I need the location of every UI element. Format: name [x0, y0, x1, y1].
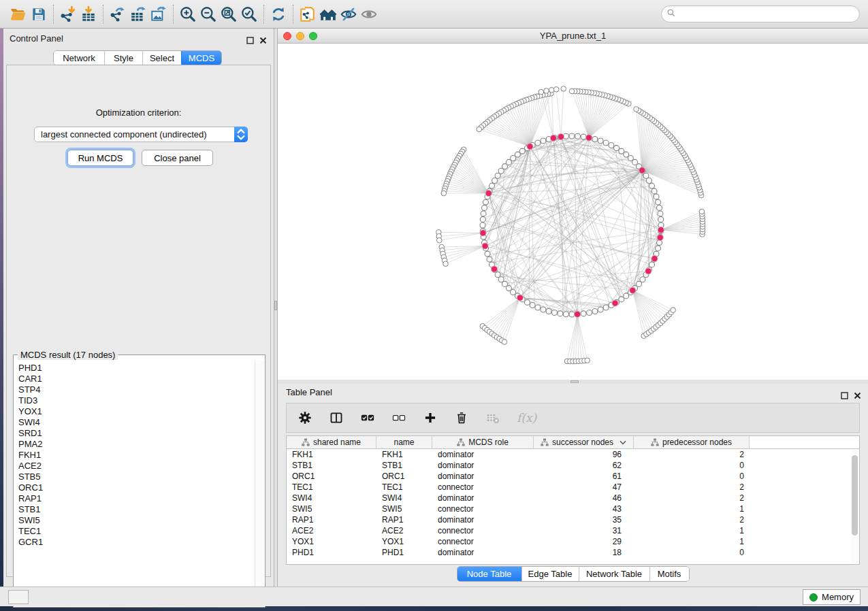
- zoom-fit-icon[interactable]: [219, 4, 239, 24]
- table-row[interactable]: STB1STB1dominator620: [287, 460, 859, 471]
- zoom-in-icon[interactable]: [178, 4, 198, 24]
- column-header-successor-nodes[interactable]: successor nodes: [534, 436, 634, 448]
- open-file-icon[interactable]: [8, 4, 29, 24]
- node-table[interactable]: shared namenameMCDS rolesuccessor nodesp…: [286, 435, 860, 565]
- cell-mcds_role: dominator: [432, 493, 534, 503]
- export-network-icon[interactable]: [108, 4, 128, 24]
- mcds-result-item[interactable]: SWI4: [18, 417, 255, 428]
- mcds-result-item[interactable]: RAP1: [18, 493, 255, 504]
- mcds-result-item[interactable]: SRD1: [18, 428, 255, 439]
- column-header-name[interactable]: name: [376, 436, 432, 448]
- mcds-result-item[interactable]: ACE2: [18, 461, 255, 472]
- mcds-result-item[interactable]: STP4: [18, 384, 255, 395]
- cell-successor_nodes: 18: [534, 548, 634, 557]
- column-header-predecessor-nodes[interactable]: predecessor nodes: [634, 436, 750, 448]
- cell-name: FKH1: [376, 450, 432, 459]
- search-box[interactable]: [661, 5, 860, 22]
- float-panel-icon[interactable]: [841, 390, 848, 402]
- tab-mcds[interactable]: MCDS: [181, 51, 221, 65]
- add-column-icon[interactable]: [423, 410, 438, 425]
- table-panel-tabs: Node TableEdge TableNetwork TableMotifs: [278, 566, 868, 582]
- float-panel-icon[interactable]: [246, 35, 254, 47]
- select-all-icon[interactable]: [360, 410, 375, 425]
- mcds-result-item[interactable]: ORC1: [18, 482, 255, 493]
- zoom-selected-icon[interactable]: [239, 4, 259, 24]
- tab-style[interactable]: Style: [104, 51, 142, 65]
- tab-network-table[interactable]: Network Table: [579, 567, 649, 581]
- hide-icon[interactable]: [338, 4, 359, 24]
- cell-predecessor_nodes: 0: [634, 472, 750, 481]
- table-settings-icon[interactable]: [298, 410, 312, 425]
- cell-shared_name: YOX1: [287, 537, 376, 546]
- column-header-MCDS-role[interactable]: MCDS role: [432, 436, 534, 448]
- cell-predecessor_nodes: 2: [634, 450, 750, 459]
- cell-successor_nodes: 46: [534, 493, 634, 503]
- mcds-result-list[interactable]: PHD1CAR1STP4TID3YOX1SWI4SRD1PMA2FKH1ACE2…: [14, 361, 255, 606]
- table-row[interactable]: ACE2ACE2connector311: [287, 525, 859, 536]
- mcds-result-box: MCDS result (17 nodes) PHD1CAR1STP4TID3Y…: [13, 354, 266, 608]
- sort-icon[interactable]: [620, 440, 626, 445]
- table-row[interactable]: SWI4SWI4dominator462: [287, 493, 859, 503]
- toolbar-separator: [173, 5, 174, 24]
- cell-predecessor_nodes: 2: [634, 482, 750, 492]
- zoom-out-icon[interactable]: [198, 4, 219, 24]
- close-panel-icon[interactable]: [854, 390, 861, 402]
- save-session-icon[interactable]: [29, 4, 49, 24]
- cell-successor_nodes: 35: [534, 515, 634, 525]
- mcds-result-item[interactable]: PHD1: [18, 363, 255, 374]
- tab-network[interactable]: Network: [54, 51, 104, 65]
- mcds-result-item[interactable]: TEC1: [18, 526, 255, 537]
- table-row[interactable]: SWI5SWI5connector431: [287, 503, 859, 514]
- run-mcds-button[interactable]: Run MCDS: [67, 150, 133, 166]
- table-panel: Table Panel f(x) shared namenameMCDS rol…: [278, 384, 868, 587]
- splitter-handle[interactable]: [274, 301, 277, 310]
- table-scrollbar[interactable]: [851, 450, 858, 563]
- network-window-titlebar[interactable]: YPA_prune.txt_1: [278, 29, 868, 44]
- deselect-all-icon[interactable]: [391, 410, 406, 425]
- close-panel-icon[interactable]: [259, 35, 267, 47]
- table-row[interactable]: TEC1TEC1connector472: [287, 482, 859, 493]
- mcds-result-item[interactable]: SWI5: [18, 515, 255, 526]
- network-file-icon[interactable]: [298, 4, 318, 24]
- table-scrollbar-thumb[interactable]: [852, 455, 858, 535]
- table-row[interactable]: ORC1ORC1dominator610: [287, 471, 859, 482]
- status-bar: Memory: [0, 587, 868, 606]
- mcds-result-item[interactable]: STB1: [18, 504, 255, 515]
- column-header-shared-name[interactable]: shared name: [287, 436, 376, 448]
- mcds-result-item[interactable]: FKH1: [18, 450, 255, 461]
- search-input[interactable]: [676, 7, 859, 21]
- network-canvas[interactable]: [278, 44, 868, 380]
- tab-node-table[interactable]: Node Table: [457, 567, 521, 581]
- column-label: shared name: [313, 437, 361, 447]
- table-row[interactable]: FKH1FKH1dominator962: [287, 449, 859, 460]
- close-panel-button[interactable]: Close panel: [142, 150, 213, 166]
- table-row[interactable]: RAP1RAP1dominator352: [287, 514, 859, 525]
- mcds-result-item[interactable]: TID3: [18, 395, 255, 406]
- delete-column-icon[interactable]: [454, 410, 469, 425]
- mcds-result-item[interactable]: STB5: [18, 472, 255, 482]
- splitter-handle[interactable]: [570, 380, 579, 383]
- mcds-result-item[interactable]: YOX1: [18, 406, 255, 417]
- tab-select[interactable]: Select: [142, 51, 181, 65]
- tab-edge-table[interactable]: Edge Table: [521, 567, 579, 581]
- mcds-result-item[interactable]: CAR1: [18, 374, 255, 384]
- mcds-list-scrollbar[interactable]: [255, 361, 264, 606]
- tab-motifs[interactable]: Motifs: [649, 567, 689, 581]
- neighbors-icon[interactable]: [318, 4, 338, 24]
- optimization-criterion-dropdown[interactable]: largest connected component (undirected): [34, 127, 248, 142]
- mcds-result-item[interactable]: PMA2: [18, 439, 255, 450]
- task-history-button[interactable]: [8, 590, 29, 604]
- refresh-icon[interactable]: [268, 4, 289, 24]
- control-panel: Control Panel NetworkStyleSelectMCDS Opt…: [3, 29, 274, 587]
- export-table-icon[interactable]: [128, 4, 148, 24]
- import-table-icon[interactable]: [78, 4, 99, 24]
- mcds-result-item[interactable]: GCR1: [18, 537, 255, 548]
- split-pane-icon[interactable]: [329, 410, 344, 425]
- show-icon[interactable]: [359, 4, 379, 24]
- node-table-body: FKH1FKH1dominator962STB1STB1dominator620…: [287, 449, 859, 558]
- table-row[interactable]: YOX1YOX1connector291: [287, 536, 859, 547]
- import-network-icon[interactable]: [58, 4, 78, 24]
- memory-button[interactable]: Memory: [803, 589, 861, 605]
- export-image-icon[interactable]: [148, 4, 169, 24]
- table-row[interactable]: PHD1PHD1dominator180: [287, 547, 859, 558]
